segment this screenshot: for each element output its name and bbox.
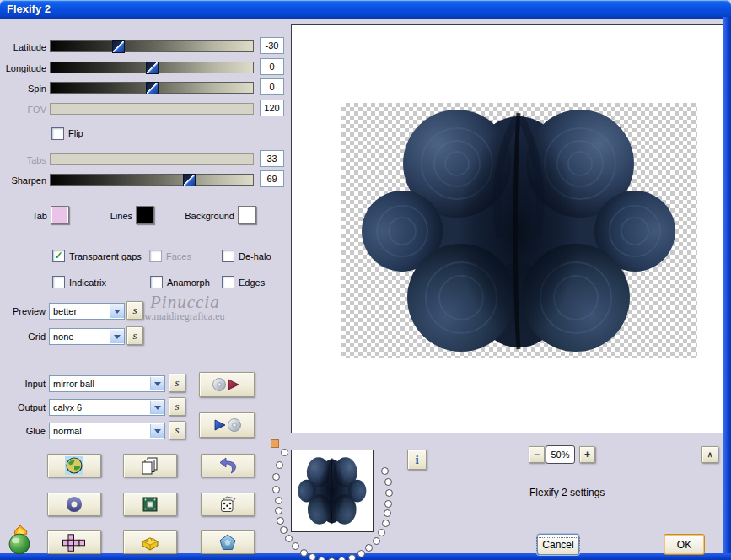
- preview-transparency-checker[interactable]: [341, 103, 697, 358]
- dial-dot[interactable]: [275, 497, 282, 504]
- tab-color-swatch[interactable]: [51, 206, 69, 224]
- spin-slider[interactable]: [50, 82, 254, 94]
- polyhedron-preset-button[interactable]: [201, 530, 255, 554]
- grid-random-button[interactable]: s: [126, 326, 143, 345]
- output-combo-arrow[interactable]: [150, 401, 164, 414]
- dial-dot[interactable]: [373, 537, 380, 545]
- dial-dot[interactable]: [272, 486, 280, 493]
- cube-net-preset-button[interactable]: [47, 530, 101, 554]
- dial-dot[interactable]: [276, 461, 283, 469]
- edges-checkbox[interactable]: [222, 276, 234, 288]
- spin-slider-thumb[interactable]: [146, 82, 159, 94]
- window-title: Flexify 2: [7, 3, 51, 15]
- torus-preset-button[interactable]: [47, 493, 101, 516]
- de-halo-checkbox[interactable]: [222, 250, 234, 262]
- ok-button[interactable]: OK: [664, 534, 705, 555]
- copy-button[interactable]: [123, 454, 177, 477]
- longitude-slider-thumb[interactable]: [146, 62, 159, 74]
- transparent-gaps-checkbox[interactable]: ✓: [52, 250, 65, 262]
- dial-dot[interactable]: [277, 517, 284, 525]
- dial-dot[interactable]: [300, 549, 308, 557]
- glue-combo[interactable]: normal: [49, 423, 165, 439]
- load-settings-button[interactable]: [199, 372, 255, 397]
- preview-combo[interactable]: better: [49, 303, 125, 320]
- output-combo[interactable]: calyx 6: [49, 399, 165, 416]
- latitude-value-field[interactable]: -30: [260, 37, 284, 54]
- tabs-value-field[interactable]: 33: [260, 150, 284, 167]
- tabs-label: Tabs: [0, 155, 46, 165]
- dial-marker[interactable]: [271, 439, 279, 448]
- dial-dot[interactable]: [281, 449, 288, 456]
- save-settings-button[interactable]: [199, 412, 255, 438]
- dial-dot[interactable]: [384, 500, 392, 508]
- flip-checkbox[interactable]: [51, 127, 64, 140]
- fov-slider: [50, 103, 254, 115]
- anamorph-checkbox[interactable]: [150, 276, 163, 288]
- dial-dot[interactable]: [384, 478, 392, 486]
- latitude-slider-thumb[interactable]: [112, 40, 125, 53]
- input-combo[interactable]: mirror ball: [49, 375, 165, 392]
- dial-dot[interactable]: [357, 550, 365, 557]
- tab-color-label: Tab: [13, 211, 47, 221]
- input-combo-arrow[interactable]: [150, 377, 164, 390]
- cancel-button-label: Cancel: [536, 537, 579, 552]
- flaming-pear-logo: [7, 525, 34, 557]
- dial-dot[interactable]: [285, 535, 293, 542]
- grid-combo-arrow[interactable]: [110, 330, 124, 343]
- info-button[interactable]: i: [407, 450, 427, 470]
- input-random-button[interactable]: s: [169, 374, 185, 392]
- background-color-swatch[interactable]: [238, 206, 256, 224]
- dial-dot[interactable]: [381, 467, 389, 475]
- preview-combo-arrow[interactable]: [110, 304, 124, 318]
- dial-dot[interactable]: [338, 557, 346, 560]
- sharpen-value-field[interactable]: 69: [260, 170, 284, 187]
- glue-random-button[interactable]: s: [169, 421, 185, 439]
- dial-dot[interactable]: [382, 520, 390, 527]
- chip-preset-button[interactable]: [123, 493, 177, 516]
- spin-value-field[interactable]: 0: [260, 78, 284, 95]
- background-color-label: Background: [177, 211, 234, 221]
- sharpen-slider[interactable]: [50, 174, 254, 186]
- zoom-out-button[interactable]: −: [529, 446, 545, 463]
- thumbnail-preview[interactable]: [291, 450, 374, 532]
- longitude-value-field[interactable]: 0: [260, 58, 284, 75]
- dial-dot[interactable]: [378, 529, 385, 536]
- dial-dot[interactable]: [348, 554, 356, 560]
- fov-label: FOV: [0, 105, 46, 115]
- dial-dot[interactable]: [292, 542, 299, 550]
- dial-dot[interactable]: [272, 473, 280, 481]
- dial-dot[interactable]: [385, 489, 393, 497]
- fov-value-field[interactable]: 120: [260, 100, 284, 116]
- preview-random-button[interactable]: s: [126, 301, 143, 320]
- output-combo-value: calyx 6: [50, 401, 150, 415]
- zoom-level-field[interactable]: 50%: [546, 445, 575, 464]
- zoom-in-button[interactable]: +: [579, 446, 595, 463]
- earth-preset-button[interactable]: [47, 454, 101, 477]
- output-random-button[interactable]: s: [169, 397, 185, 416]
- window-titlebar[interactable]: [0, 0, 731, 19]
- glue-combo-arrow[interactable]: [150, 424, 164, 438]
- dial-dot[interactable]: [275, 507, 282, 514]
- dial-dot[interactable]: [280, 526, 288, 534]
- lego-preset-button[interactable]: [123, 530, 177, 554]
- dial-dot[interactable]: [365, 544, 373, 552]
- spin-label: Spin: [0, 83, 46, 94]
- undo-button[interactable]: [201, 454, 255, 477]
- grid-combo-value: none: [50, 330, 110, 344]
- sharpen-slider-thumb[interactable]: [183, 174, 196, 186]
- preview-panel: [291, 24, 723, 433]
- collapse-button[interactable]: ∧: [701, 446, 718, 463]
- dial-dot[interactable]: [384, 509, 391, 517]
- grid-combo[interactable]: none: [49, 328, 125, 345]
- indicatrix-checkbox[interactable]: [52, 276, 65, 288]
- latitude-slider[interactable]: [50, 40, 254, 52]
- lines-color-swatch[interactable]: [136, 206, 154, 224]
- glue-combo-value: normal: [50, 424, 150, 439]
- cancel-button[interactable]: Cancel: [537, 534, 579, 555]
- longitude-slider[interactable]: [50, 62, 254, 73]
- preview-flower-image[interactable]: [341, 103, 697, 358]
- green-chip-icon: [142, 497, 158, 512]
- dial-dot[interactable]: [309, 553, 316, 560]
- window-frame-right: [723, 17, 731, 560]
- randomize-dice-button[interactable]: [201, 493, 255, 516]
